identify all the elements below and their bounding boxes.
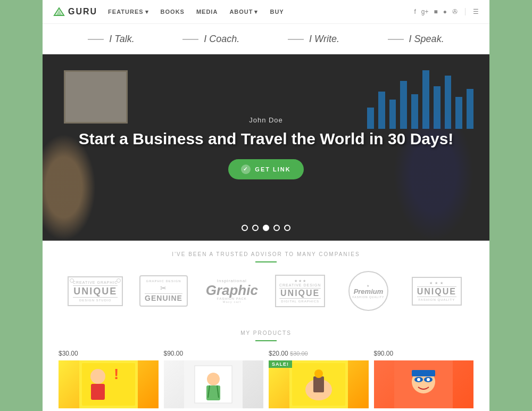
left-panel [0, 0, 43, 411]
svg-point-9 [207, 373, 220, 385]
products-divider [255, 340, 277, 341]
logo-text: GURU [68, 7, 97, 17]
hamburger-icon[interactable]: ☰ [473, 8, 479, 15]
get-link-label: GET LINK [255, 166, 290, 172]
book-cover-2 [164, 360, 264, 408]
hero-person-name: John Doe [79, 116, 454, 124]
dot-2[interactable] [252, 225, 259, 231]
google-plus-icon[interactable]: g+ [421, 8, 429, 15]
products-label: MY PRODUCTS [59, 330, 473, 336]
navbar: GURU FEATURES ▾ BOOKS MEDIA ABOUT ▾ BUY … [43, 0, 489, 24]
price-value: $90.00 [164, 350, 184, 357]
svg-rect-3 [82, 363, 135, 406]
comic-illustration-2 [184, 360, 243, 408]
checkmark-icon: ✓ [241, 165, 251, 174]
product-1-image: ! [59, 360, 159, 408]
slider-dots [242, 225, 290, 231]
tagline-speak: I Speak. [388, 34, 444, 45]
svg-text:!: ! [114, 366, 119, 382]
svg-point-24 [427, 378, 430, 381]
svg-point-4 [90, 369, 105, 384]
products-section: MY PRODUCTS $30.00 [43, 322, 489, 411]
dash-icon [388, 39, 404, 40]
product-2-image [164, 360, 264, 408]
svg-point-17 [314, 369, 323, 378]
product-1-price: $30.00 [59, 350, 159, 357]
product-card-3[interactable]: $20.00 $30.00 SALE! [269, 350, 369, 408]
logo[interactable]: GURU [53, 7, 97, 17]
product-2-price: $90.00 [164, 350, 264, 357]
tagline-text: I Speak. [409, 34, 444, 45]
chart-bar-9 [467, 89, 473, 129]
about-chevron-icon: ▾ [254, 9, 258, 15]
dash-icon [288, 39, 304, 40]
tagline-text: I Coach. [204, 34, 239, 45]
dash-icon [182, 39, 198, 40]
comic-illustration-4 [394, 360, 453, 408]
twitter-icon[interactable]: ✇ [452, 8, 458, 15]
price-value: $20.00 [269, 350, 288, 357]
logo-unique-3: ★ ★ ★ UNIQUE FASHION QUALITY [405, 277, 468, 306]
taglines-row: I Talk. I Coach. I Write. I Speak. [43, 24, 489, 54]
price-value: $90.00 [374, 350, 394, 357]
mountain-icon [53, 7, 65, 17]
svg-point-23 [417, 378, 420, 381]
logo-graphic: Inspirational Graphic FASHION PACK Macy … [201, 278, 263, 303]
dot-5[interactable] [284, 225, 290, 231]
book-cover-1: ! [59, 360, 159, 408]
original-price: $30.00 [290, 350, 308, 357]
dash-icon [88, 39, 104, 40]
tagline-text: I Write. [309, 34, 339, 45]
svg-marker-1 [56, 10, 62, 15]
nav-menu: FEATURES ▾ BOOKS MEDIA ABOUT ▾ BUY [108, 9, 414, 15]
dot-4[interactable] [273, 225, 280, 231]
features-chevron-icon: ▾ [145, 9, 149, 15]
nav-books[interactable]: BOOKS [161, 9, 185, 15]
product-4-image [374, 360, 474, 408]
logo-genuine: GRAPHIC DESIGN ✂ GENUINE [132, 275, 195, 307]
product-card-4[interactable]: $90.00 [374, 350, 474, 408]
logo-unique-2: ★ ★ ★ CREATIVE DESIGN UNIQUE DIGITAL GRA… [269, 275, 331, 307]
product-card-1[interactable]: $30.00 ! [59, 350, 159, 408]
nav-about[interactable]: ABOUT ▾ [229, 9, 258, 15]
hero-title: Start a Business and Travel the World in… [79, 129, 454, 149]
trusted-label: I'VE BEEN A TRUSTED ADVISOR TO MANY COMP… [64, 251, 468, 257]
social-links: f g+ ■ ● ✇ ☰ [414, 8, 479, 15]
pinterest-icon[interactable]: ● [443, 8, 447, 15]
logo-unique-1: CREATIVE GRAPHIC UNIQUE DESIGN STUDIO [64, 276, 127, 306]
instagram-icon[interactable]: ■ [434, 8, 438, 15]
chart-bar-8 [455, 97, 462, 129]
hero-slider: John Doe Start a Business and Travel the… [43, 54, 489, 241]
tagline-coach: I Coach. [182, 34, 239, 45]
tagline-write: I Write. [288, 34, 339, 45]
tagline-talk: I Talk. [88, 34, 134, 45]
trusted-logos-row: CREATIVE GRAPHIC UNIQUE DESIGN STUDIO GR… [64, 271, 468, 311]
trusted-section: I'VE BEEN A TRUSTED ADVISOR TO MANY COMP… [43, 241, 489, 322]
right-panel [489, 0, 532, 411]
comic-illustration-1: ! [79, 360, 138, 408]
comic-illustration-3 [289, 360, 348, 408]
tagline-text: I Talk. [109, 34, 134, 45]
svg-rect-16 [313, 376, 324, 392]
logo-premium: ★ Premium FASHION QUALITY [337, 271, 400, 311]
svg-rect-5 [91, 384, 105, 400]
trusted-divider [255, 261, 277, 262]
nav-media[interactable]: MEDIA [196, 9, 218, 15]
nav-buy[interactable]: BUY [270, 9, 284, 15]
product-card-2[interactable]: $90.00 [164, 350, 264, 408]
sale-badge: SALE! [269, 360, 292, 368]
nav-features[interactable]: FEATURES ▾ [108, 9, 148, 15]
svg-rect-20 [412, 370, 435, 376]
products-row: $30.00 ! [59, 350, 473, 408]
divider [465, 8, 466, 15]
product-3-price: $20.00 $30.00 [269, 350, 369, 357]
product-4-price: $90.00 [374, 350, 474, 357]
main-container: GURU FEATURES ▾ BOOKS MEDIA ABOUT ▾ BUY … [43, 0, 489, 411]
dot-1[interactable] [242, 225, 248, 231]
price-value: $30.00 [59, 350, 78, 357]
book-cover-4 [374, 360, 474, 408]
facebook-icon[interactable]: f [414, 8, 415, 15]
dot-3[interactable] [263, 225, 269, 231]
hero-content: John Doe Start a Business and Travel the… [79, 116, 454, 179]
get-link-button[interactable]: ✓ GET LINK [228, 159, 303, 179]
